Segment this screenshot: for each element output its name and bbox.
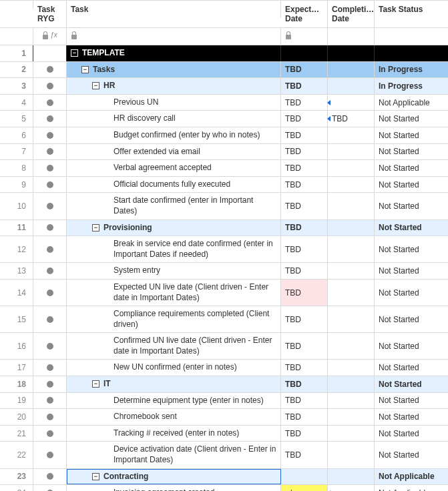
- task-cell[interactable]: Previous UN: [67, 95, 281, 111]
- completion-date-cell[interactable]: [328, 442, 375, 468]
- row-number[interactable]: 12: [0, 236, 33, 262]
- task-cell[interactable]: Device activation date (Client driven - …: [67, 442, 281, 468]
- table-row[interactable]: 15Compliance requirements completed (Cli…: [0, 306, 448, 333]
- task-cell[interactable]: Budget confirmed (enter by who in notes): [67, 127, 281, 143]
- ryg-cell[interactable]: [33, 263, 67, 279]
- completion-date-cell[interactable]: [328, 95, 375, 111]
- expected-date-cell[interactable]: TBD: [281, 442, 328, 468]
- ryg-cell[interactable]: [33, 193, 67, 219]
- status-cell[interactable]: Not Applicable: [375, 95, 448, 111]
- row-number[interactable]: 7: [0, 144, 33, 160]
- table-row[interactable]: 5HR discovery callTBDTBDNot Started: [0, 111, 448, 127]
- task-cell[interactable]: −Provisioning: [67, 220, 281, 236]
- status-cell[interactable]: Not Started: [375, 236, 448, 262]
- ryg-cell[interactable]: [33, 220, 67, 236]
- table-row[interactable]: 3−HRTBDIn Progress: [0, 78, 448, 95]
- expected-date-cell[interactable]: TBD: [281, 333, 328, 359]
- expected-date-cell[interactable]: TBD: [281, 393, 328, 409]
- table-row[interactable]: 16Confirmed UN live date (Client driven …: [0, 333, 448, 360]
- collapse-toggle-icon[interactable]: −: [92, 473, 99, 480]
- row-number[interactable]: 16: [0, 333, 33, 359]
- row-number[interactable]: 2: [0, 62, 33, 78]
- expected-date-cell[interactable]: TBD: [281, 236, 328, 262]
- table-row[interactable]: 10Start date confirmed (enter in Importa…: [0, 193, 448, 219]
- completion-date-cell[interactable]: [328, 376, 375, 392]
- task-cell[interactable]: Confirmed UN live date (Client driven - …: [67, 333, 281, 359]
- status-cell[interactable]: Not Started: [375, 376, 448, 392]
- completion-date-cell[interactable]: [328, 360, 375, 376]
- expected-date-cell[interactable]: TBD: [281, 376, 328, 392]
- status-cell[interactable]: Not Started: [375, 393, 448, 409]
- table-row[interactable]: 18−ITTBDNot Started: [0, 376, 448, 393]
- status-cell[interactable]: Not Started: [375, 111, 448, 127]
- row-number[interactable]: 24: [0, 485, 33, 491]
- status-cell[interactable]: Not Started: [375, 263, 448, 279]
- expected-date-cell[interactable]: n/a: [281, 485, 328, 491]
- completion-date-cell[interactable]: [328, 485, 375, 491]
- table-row[interactable]: 19Determine equipment type (enter in not…: [0, 393, 448, 410]
- column-header-status[interactable]: Task Status: [375, 1, 448, 18]
- expected-date-cell[interactable]: TBD: [281, 111, 328, 127]
- ryg-cell[interactable]: [33, 111, 67, 127]
- row-number[interactable]: 1: [0, 45, 33, 61]
- table-row[interactable]: 1−TEMPLATE: [0, 45, 448, 62]
- status-cell[interactable]: Not Started: [375, 160, 448, 176]
- status-cell[interactable]: Not Started: [375, 280, 448, 306]
- ryg-cell[interactable]: [33, 426, 67, 442]
- completion-date-cell[interactable]: [328, 469, 375, 485]
- table-row[interactable]: 13System entryTBDNot Started: [0, 263, 448, 280]
- table-row[interactable]: 4Previous UNTBDNot Applicable: [0, 95, 448, 111]
- completion-date-cell[interactable]: [328, 280, 375, 306]
- table-row[interactable]: 20Chromebook sentTBDNot Started: [0, 409, 448, 426]
- row-number[interactable]: 15: [0, 306, 33, 332]
- expected-date-cell[interactable]: TBD: [281, 360, 328, 376]
- ryg-cell[interactable]: [33, 306, 67, 332]
- ryg-cell[interactable]: [33, 409, 67, 425]
- row-number[interactable]: 9: [0, 177, 33, 193]
- task-cell[interactable]: System entry: [67, 263, 281, 279]
- status-cell[interactable]: In Progress: [375, 78, 448, 94]
- expected-date-cell[interactable]: TBD: [281, 306, 328, 332]
- status-cell[interactable]: Not Started: [375, 360, 448, 376]
- ryg-cell[interactable]: [33, 62, 67, 78]
- table-row[interactable]: 9Official documents fully executedTBDNot…: [0, 177, 448, 193]
- row-number[interactable]: 20: [0, 409, 33, 425]
- status-cell[interactable]: Not Started: [375, 177, 448, 193]
- ryg-cell[interactable]: [33, 442, 67, 468]
- completion-date-cell[interactable]: [328, 409, 375, 425]
- table-row[interactable]: 12Break in service end date confirmed (e…: [0, 236, 448, 263]
- completion-date-cell[interactable]: [328, 220, 375, 236]
- completion-date-cell[interactable]: [328, 193, 375, 219]
- expected-date-cell[interactable]: TBD: [281, 220, 328, 236]
- table-row[interactable]: 22Device activation date (Client driven …: [0, 442, 448, 468]
- row-number[interactable]: 21: [0, 426, 33, 442]
- row-number[interactable]: 19: [0, 393, 33, 409]
- ryg-cell[interactable]: [33, 78, 67, 94]
- task-cell[interactable]: Verbal agreement accepted: [67, 160, 281, 176]
- row-number[interactable]: 17: [0, 360, 33, 376]
- expected-date-cell[interactable]: TBD: [281, 144, 328, 160]
- completion-date-cell[interactable]: [328, 236, 375, 262]
- column-header-task[interactable]: Task: [67, 1, 281, 18]
- status-cell[interactable]: Not Started: [375, 127, 448, 143]
- row-number[interactable]: 3: [0, 78, 33, 94]
- ryg-cell[interactable]: [33, 333, 67, 359]
- ryg-cell[interactable]: [33, 236, 67, 262]
- status-cell[interactable]: Not Started: [375, 333, 448, 359]
- status-cell[interactable]: In Progress: [375, 62, 448, 78]
- completion-date-cell[interactable]: TBD: [328, 111, 375, 127]
- status-cell[interactable]: Not Started: [375, 426, 448, 442]
- task-cell[interactable]: Chromebook sent: [67, 409, 281, 425]
- status-cell[interactable]: Not Applicable: [375, 485, 448, 491]
- row-number[interactable]: 6: [0, 127, 33, 143]
- task-cell[interactable]: −TEMPLATE: [67, 45, 281, 61]
- status-cell[interactable]: Not Started: [375, 409, 448, 425]
- ryg-cell[interactable]: [33, 485, 67, 491]
- column-header-ryg[interactable]: Task RYG: [33, 1, 67, 27]
- expected-date-cell[interactable]: TBD: [281, 62, 328, 78]
- column-header-expected-date[interactable]: Expect… Date: [281, 1, 328, 27]
- completion-date-cell[interactable]: [328, 127, 375, 143]
- status-cell[interactable]: Not Started: [375, 220, 448, 236]
- row-number[interactable]: 10: [0, 193, 33, 219]
- task-cell[interactable]: Break in service end date confirmed (ent…: [67, 236, 281, 262]
